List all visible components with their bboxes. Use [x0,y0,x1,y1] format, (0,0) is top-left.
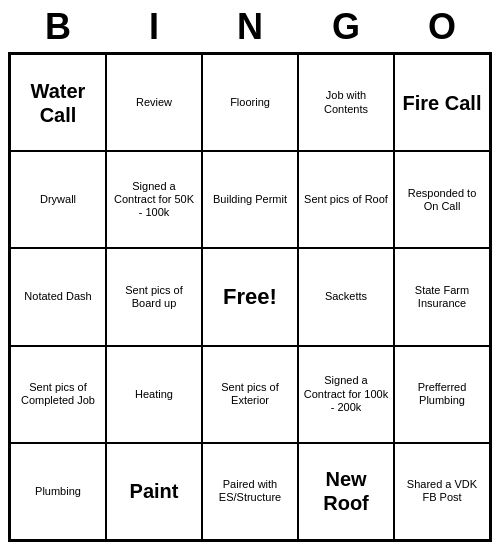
bingo-cell: Heating [106,346,202,443]
bingo-letter: G [306,6,386,48]
bingo-cell: Sent pics of Roof [298,151,394,248]
bingo-letter: B [18,6,98,48]
bingo-cell: Sent pics of Board up [106,248,202,345]
bingo-cell: Signed a Contract for 50K - 100k [106,151,202,248]
bingo-cell: Responded to On Call [394,151,490,248]
bingo-cell: Notated Dash [10,248,106,345]
bingo-cell: Plumbing [10,443,106,540]
bingo-cell: Shared a VDK FB Post [394,443,490,540]
bingo-cell: Fire Call [394,54,490,151]
bingo-title: BINGO [10,0,490,52]
bingo-cell: Sacketts [298,248,394,345]
bingo-cell: Signed a Contract for 100k - 200k [298,346,394,443]
bingo-cell: Paired with ES/Structure [202,443,298,540]
bingo-cell: Flooring [202,54,298,151]
bingo-cell: Sent pics of Completed Job [10,346,106,443]
bingo-cell: Paint [106,443,202,540]
bingo-cell: Job with Contents [298,54,394,151]
bingo-cell: Drywall [10,151,106,248]
bingo-letter: I [114,6,194,48]
bingo-cell: Water Call [10,54,106,151]
bingo-cell: Review [106,54,202,151]
bingo-cell: State Farm Insurance [394,248,490,345]
bingo-grid: Water CallReviewFlooringJob with Content… [8,52,492,542]
bingo-cell: Sent pics of Exterior [202,346,298,443]
bingo-letter: N [210,6,290,48]
bingo-cell: Prefferred Plumbing [394,346,490,443]
bingo-cell: Free! [202,248,298,345]
bingo-cell: Building Permit [202,151,298,248]
bingo-cell: New Roof [298,443,394,540]
bingo-letter: O [402,6,482,48]
